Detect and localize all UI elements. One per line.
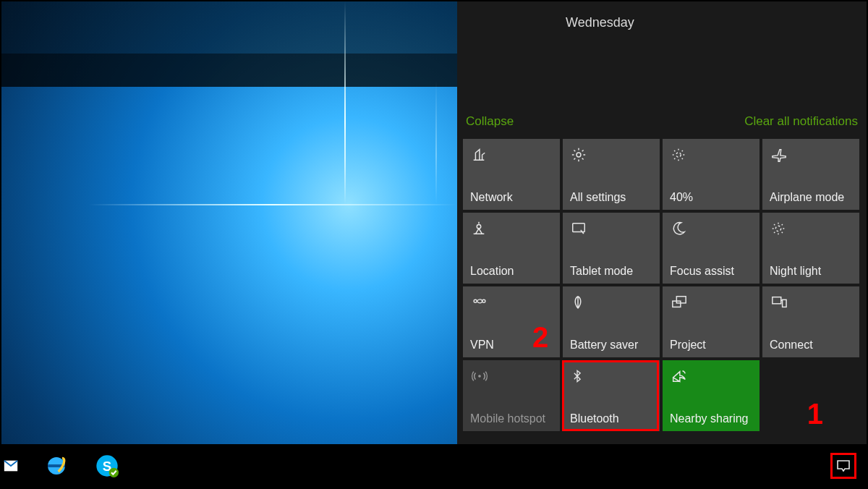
moon-icon [670,220,689,237]
tile-label: Mobile hotspot [470,412,553,425]
tile-label: Tablet mode [570,265,652,278]
location-icon [470,220,489,237]
tile-battery-saver[interactable]: Battery saver [563,286,660,357]
tile-brightness[interactable]: 40% [663,139,760,210]
tile-bluetooth[interactable]: Bluetooth [563,360,660,431]
tile-connect[interactable]: Connect [762,286,859,357]
svg-point-1 [676,153,681,157]
quick-action-tiles: Network All settings 40% Airplane mode [457,135,867,437]
tile-location[interactable]: Location [463,213,560,284]
tile-label: Network [470,191,553,204]
svg-rect-8 [676,297,686,303]
share-icon [670,367,689,385]
bluetooth-icon [570,367,589,385]
svg-point-12 [478,375,481,378]
notification-list-empty [457,43,867,109]
tile-label: Focus assist [670,265,752,278]
tile-airplane-mode[interactable]: Airplane mode [762,139,859,210]
tile-label: Battery saver [570,339,652,352]
airplane-icon [770,146,788,163]
desktop-wallpaper[interactable] [1,1,459,446]
svg-point-4 [583,233,584,234]
connect-icon [770,294,788,311]
sun-icon [670,146,689,163]
night-light-icon [770,220,788,237]
tile-label: Bluetooth [570,412,652,425]
tile-label: Connect [770,339,852,352]
mail-icon[interactable] [3,456,19,476]
tile-vpn[interactable]: VPN [463,286,560,357]
hotspot-icon [470,367,489,385]
tile-label: VPN [470,339,553,352]
svg-point-5 [775,226,780,231]
leaf-icon [570,294,589,311]
gear-icon [570,146,589,163]
taskbar: S [1,444,867,488]
tile-label: Airplane mode [770,191,852,204]
tile-project[interactable]: Project [663,286,760,357]
screen: Wednesday Collapse Clear all notificatio… [0,0,868,489]
internet-explorer-icon[interactable] [43,453,69,479]
clear-all-link[interactable]: Clear all notifications [744,114,858,129]
svg-rect-10 [773,297,781,304]
tile-label: Nearby sharing [670,412,752,425]
calendar-day-label: Wednesday [566,15,634,30]
tile-label: Location [470,265,553,278]
collapse-link[interactable]: Collapse [466,114,514,129]
tile-label: All settings [570,191,652,204]
skype-icon[interactable]: S [94,453,120,479]
vpn-icon [470,294,489,311]
svg-point-6 [474,299,477,302]
tile-all-settings[interactable]: All settings [563,139,660,210]
network-icon [470,146,489,163]
tile-tablet-mode[interactable]: Tablet mode [563,213,660,284]
tile-label: Night light [770,265,852,278]
tablet-icon [570,220,589,237]
tile-nearby-sharing[interactable]: Nearby sharing [663,360,760,431]
svg-rect-3 [573,224,585,232]
project-icon [670,294,689,311]
svg-point-7 [482,299,485,302]
tile-network[interactable]: Network [463,139,560,210]
svg-point-0 [576,153,581,157]
action-center-tray-icon[interactable] [830,453,856,479]
tile-night-light[interactable]: Night light [762,213,859,284]
tile-focus-assist[interactable]: Focus assist [663,213,760,284]
tile-mobile-hotspot: Mobile hotspot [463,360,560,431]
calendar-day-row[interactable]: Wednesday [457,1,867,43]
svg-rect-11 [783,299,787,307]
tile-label: Project [670,339,752,352]
tile-label: 40% [670,191,752,204]
action-center-panel: Wednesday Collapse Clear all notificatio… [457,1,867,446]
